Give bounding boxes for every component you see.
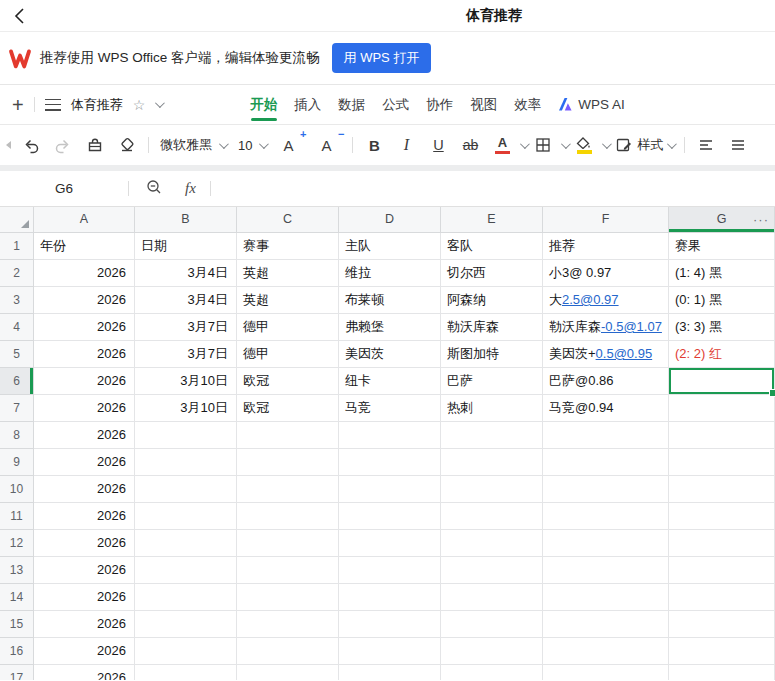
- tab-formula[interactable]: 公式: [382, 85, 409, 124]
- cell-b16[interactable]: [135, 638, 237, 665]
- cell-d2[interactable]: 维拉: [339, 260, 441, 287]
- row-header-2[interactable]: 2: [0, 260, 34, 287]
- fill-color-chevron-icon[interactable]: [602, 139, 612, 149]
- tab-collaborate[interactable]: 协作: [426, 85, 453, 124]
- cell-d4[interactable]: 弗赖堡: [339, 314, 441, 341]
- cell-g13[interactable]: [669, 557, 775, 584]
- cell-c8[interactable]: [237, 422, 339, 449]
- eraser-icon[interactable]: [117, 132, 137, 158]
- cell-f7[interactable]: 马竞@0.94: [543, 395, 669, 422]
- cell-b11[interactable]: [135, 503, 237, 530]
- column-header-e[interactable]: E: [441, 207, 543, 233]
- cell-a3[interactable]: 2026: [34, 287, 135, 314]
- search-icon[interactable]: [145, 178, 163, 200]
- cell-f9[interactable]: [543, 449, 669, 476]
- fill-color-button[interactable]: [574, 132, 594, 158]
- font-color-chevron-icon[interactable]: [520, 139, 530, 149]
- cell-a15[interactable]: 2026: [34, 611, 135, 638]
- cell-c17[interactable]: [237, 665, 339, 680]
- row-header-14[interactable]: 14: [0, 584, 34, 611]
- cell-d10[interactable]: [339, 476, 441, 503]
- cell-f2[interactable]: 小3@ 0.97: [543, 260, 669, 287]
- row-header-16[interactable]: 16: [0, 638, 34, 665]
- cell-d7[interactable]: 马竞: [339, 395, 441, 422]
- cell-f15[interactable]: [543, 611, 669, 638]
- formula-input[interactable]: [211, 171, 775, 206]
- row-header-3[interactable]: 3: [0, 287, 34, 314]
- cell-b14[interactable]: [135, 584, 237, 611]
- cell-b9[interactable]: [135, 449, 237, 476]
- font-name-select[interactable]: 微软雅黑: [160, 136, 226, 154]
- cell-d17[interactable]: [339, 665, 441, 680]
- cell-a14[interactable]: 2026: [34, 584, 135, 611]
- cell-b10[interactable]: [135, 476, 237, 503]
- cell-g8[interactable]: [669, 422, 775, 449]
- tab-insert[interactable]: 插入: [294, 85, 321, 124]
- cell-c6[interactable]: 欧冠: [237, 368, 339, 395]
- cell-a10[interactable]: 2026: [34, 476, 135, 503]
- recommendation-link[interactable]: 0.5@0.95: [596, 346, 653, 361]
- cell-f16[interactable]: [543, 638, 669, 665]
- cell-d3[interactable]: 布莱顿: [339, 287, 441, 314]
- cell-e2[interactable]: 切尔西: [441, 260, 543, 287]
- cell-f12[interactable]: [543, 530, 669, 557]
- cell-d14[interactable]: [339, 584, 441, 611]
- cell-b13[interactable]: [135, 557, 237, 584]
- column-header-a[interactable]: A: [34, 207, 135, 233]
- cell-e16[interactable]: [441, 638, 543, 665]
- cell-b3[interactable]: 3月4日: [135, 287, 237, 314]
- recommendation-link[interactable]: -0.5@1.07: [601, 319, 662, 334]
- cell-d9[interactable]: [339, 449, 441, 476]
- cell-e10[interactable]: [441, 476, 543, 503]
- cell-g10[interactable]: [669, 476, 775, 503]
- cell-e1[interactable]: 客队: [441, 233, 543, 260]
- cell-e9[interactable]: [441, 449, 543, 476]
- cell-c9[interactable]: [237, 449, 339, 476]
- tab-view[interactable]: 视图: [470, 85, 497, 124]
- cell-c7[interactable]: 欧冠: [237, 395, 339, 422]
- cell-a4[interactable]: 2026: [34, 314, 135, 341]
- tab-home[interactable]: 开始: [250, 85, 277, 124]
- cell-g1[interactable]: 赛果: [669, 233, 775, 260]
- cell-d8[interactable]: [339, 422, 441, 449]
- collapse-toolbar-icon[interactable]: [6, 141, 11, 149]
- cell-e4[interactable]: 勒沃库森: [441, 314, 543, 341]
- cell-f10[interactable]: [543, 476, 669, 503]
- cell-d1[interactable]: 主队: [339, 233, 441, 260]
- cell-e6[interactable]: 巴萨: [441, 368, 543, 395]
- cell-g2[interactable]: (1: 4) 黑: [669, 260, 775, 287]
- borders-chevron-icon[interactable]: [561, 139, 571, 149]
- cell-g12[interactable]: [669, 530, 775, 557]
- cell-b7[interactable]: 3月10日: [135, 395, 237, 422]
- cell-c4[interactable]: 德甲: [237, 314, 339, 341]
- cell-f11[interactable]: [543, 503, 669, 530]
- redo-icon[interactable]: [53, 132, 73, 158]
- cell-b15[interactable]: [135, 611, 237, 638]
- cell-b6[interactable]: 3月10日: [135, 368, 237, 395]
- cell-reference-box[interactable]: G6: [0, 181, 128, 196]
- cell-e3[interactable]: 阿森纳: [441, 287, 543, 314]
- undo-icon[interactable]: [21, 132, 41, 158]
- decrease-font-size-button[interactable]: A−: [316, 132, 336, 158]
- cell-c1[interactable]: 赛事: [237, 233, 339, 260]
- cell-d15[interactable]: [339, 611, 441, 638]
- cell-e14[interactable]: [441, 584, 543, 611]
- row-header-10[interactable]: 10: [0, 476, 34, 503]
- back-icon[interactable]: [10, 6, 30, 26]
- cell-g6[interactable]: [669, 368, 775, 395]
- row-header-11[interactable]: 11: [0, 503, 34, 530]
- row-header-17[interactable]: 17: [0, 665, 34, 680]
- cell-b2[interactable]: 3月4日: [135, 260, 237, 287]
- new-sheet-icon[interactable]: +: [12, 95, 24, 115]
- cell-c13[interactable]: [237, 557, 339, 584]
- favorite-star-icon[interactable]: ☆: [133, 97, 146, 113]
- cell-g7[interactable]: [669, 395, 775, 422]
- cell-a6[interactable]: 2026: [34, 368, 135, 395]
- cell-g9[interactable]: [669, 449, 775, 476]
- cell-c11[interactable]: [237, 503, 339, 530]
- cell-d6[interactable]: 纽卡: [339, 368, 441, 395]
- tab-wps-ai[interactable]: WPS AI: [558, 85, 625, 124]
- cell-e5[interactable]: 斯图加特: [441, 341, 543, 368]
- row-header-4[interactable]: 4: [0, 314, 34, 341]
- cell-c3[interactable]: 英超: [237, 287, 339, 314]
